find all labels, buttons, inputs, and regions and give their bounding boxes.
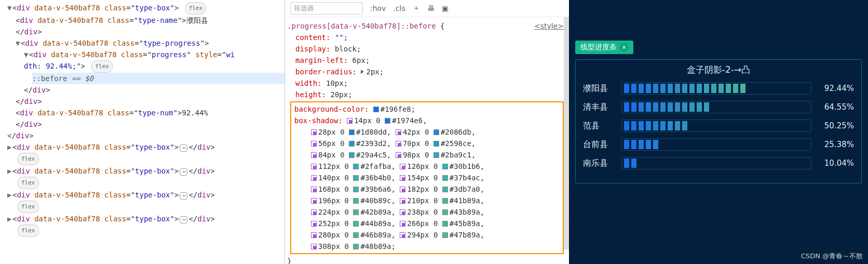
progress-row: 台前县25.38%	[583, 138, 854, 151]
shadow-offset-swatch[interactable]	[400, 164, 405, 169]
style-source-link[interactable]: <style>	[534, 20, 564, 32]
shadow-offset-swatch[interactable]	[311, 152, 317, 158]
panel-icon[interactable]: ▣	[442, 4, 449, 12]
type-num-text: 92.44%	[182, 109, 208, 117]
shadow-offset-swatch[interactable]	[311, 244, 317, 249]
color-swatch[interactable]	[353, 221, 359, 227]
color-swatch[interactable]	[433, 152, 439, 158]
shadow-offset-swatch[interactable]	[400, 198, 405, 204]
row-pct: 92.44%	[818, 84, 854, 93]
plus-icon[interactable]: ＋	[413, 4, 420, 13]
collapsed-node[interactable]: ▶<div data-v-540baf78 class="type-box">⋯…	[7, 189, 284, 201]
toggle-icon[interactable]: ▼	[7, 2, 12, 14]
color-swatch[interactable]	[442, 221, 448, 227]
progress-track	[621, 157, 811, 169]
expand-icon[interactable]	[361, 70, 364, 74]
color-swatch[interactable]	[349, 152, 355, 158]
filter-input[interactable]: 筛选器	[290, 2, 363, 15]
shadow-offset-swatch[interactable]	[396, 129, 401, 135]
progress-bar	[624, 102, 711, 112]
progress-bar	[624, 159, 639, 168]
progress-row: 清丰县64.55%	[583, 101, 854, 113]
shadow-offset-swatch[interactable]	[396, 141, 401, 147]
page-preview: 线型进度条 ✕ 盒子阴影-2-→凸 濮阳县92.44%清丰县64.55%范县50…	[569, 0, 868, 264]
color-swatch[interactable]	[353, 175, 359, 181]
shadow-offset-swatch[interactable]	[347, 118, 352, 124]
color-swatch[interactable]	[433, 141, 439, 147]
scrollbar[interactable]	[564, 17, 569, 264]
shadow-offset-swatch[interactable]	[400, 187, 405, 192]
color-swatch[interactable]	[349, 129, 355, 135]
preview-pill[interactable]: 线型进度条 ✕	[575, 41, 633, 54]
shadow-offset-swatch[interactable]	[311, 187, 317, 192]
row-name: 濮阳县	[583, 83, 615, 94]
progress-card: 盒子阴影-2-→凸 濮阳县92.44%清丰县64.55%范县50.25%台前县2…	[575, 59, 862, 183]
selected-pseudo[interactable]: ::before == $0	[32, 73, 284, 84]
flex-badge[interactable]: flex	[185, 2, 207, 15]
shadow-offset-swatch[interactable]	[311, 129, 317, 135]
row-pct: 50.25%	[818, 121, 854, 130]
shadow-offset-swatch[interactable]	[400, 175, 405, 181]
color-swatch[interactable]	[353, 164, 359, 169]
color-swatch[interactable]	[353, 232, 359, 238]
color-swatch[interactable]	[353, 244, 359, 249]
cls-button[interactable]: .cls	[393, 4, 405, 12]
hov-button[interactable]: :hov	[370, 4, 386, 12]
toggle-icon[interactable]: ▼	[24, 49, 29, 60]
flex-badge[interactable]: flex	[18, 201, 39, 213]
color-swatch[interactable]	[442, 198, 448, 204]
collapsed-node[interactable]: ▶<div data-v-540baf78 class="type-box">⋯…	[7, 141, 284, 153]
progress-bar	[624, 84, 748, 93]
toggle-icon[interactable]: ▼	[16, 37, 21, 49]
progress-bar	[624, 140, 660, 149]
highlighted-css-box: background-color: #196fe8; box-shadow: 1…	[290, 101, 564, 254]
shadow-offset-swatch[interactable]	[311, 164, 317, 169]
color-swatch[interactable]	[373, 107, 379, 112]
elements-dom-tree[interactable]: ▼<div data-v-540baf78 class="type-box"> …	[0, 0, 284, 264]
shadow-offset-swatch[interactable]	[311, 221, 317, 227]
flex-badge[interactable]: flex	[18, 177, 39, 189]
color-swatch[interactable]	[433, 129, 439, 135]
flex-badge[interactable]: flex	[18, 153, 39, 165]
color-swatch[interactable]	[349, 141, 355, 147]
pill-label: 线型进度条	[580, 43, 617, 52]
progress-track	[621, 101, 811, 113]
color-swatch[interactable]	[442, 209, 448, 215]
css-rules[interactable]: <style> .progress[data-v-540baf78]::befo…	[285, 17, 569, 264]
color-swatch[interactable]	[385, 118, 390, 124]
shadow-offset-swatch[interactable]	[400, 209, 405, 215]
styles-toolbar: 筛选器 :hov .cls ＋ 🖶 ▣	[285, 0, 569, 17]
color-swatch[interactable]	[353, 187, 359, 192]
row-pct: 25.38%	[818, 140, 854, 149]
type-name-text: 濮阳县	[186, 16, 208, 24]
color-swatch[interactable]	[353, 209, 359, 215]
flex-badge[interactable]: flex	[18, 225, 39, 237]
shadow-offset-swatch[interactable]	[311, 232, 317, 238]
card-title: 盒子阴影-2-→凸	[583, 64, 854, 76]
shadow-offset-swatch[interactable]	[311, 141, 317, 147]
collapsed-node[interactable]: ▶<div data-v-540baf78 class="type-box">⋯…	[7, 165, 284, 177]
color-swatch[interactable]	[442, 175, 448, 181]
close-icon[interactable]: ✕	[620, 43, 628, 51]
shadow-offset-swatch[interactable]	[400, 221, 405, 227]
styles-panel: 筛选器 :hov .cls ＋ 🖶 ▣ <style> .progress[da…	[284, 0, 569, 264]
row-name: 清丰县	[583, 102, 615, 113]
row-pct: 10.04%	[818, 159, 854, 168]
color-swatch[interactable]	[442, 232, 448, 238]
flex-badge[interactable]: flex	[91, 60, 113, 73]
print-icon[interactable]: 🖶	[427, 4, 435, 12]
shadow-offset-swatch[interactable]	[311, 175, 317, 181]
collapsed-node[interactable]: ▶<div data-v-540baf78 class="type-box">⋯…	[7, 213, 284, 225]
row-name: 范县	[583, 121, 615, 131]
shadow-offset-swatch[interactable]	[396, 152, 401, 158]
row-pct: 64.55%	[818, 102, 854, 112]
progress-row: 南乐县10.04%	[583, 157, 854, 169]
shadow-offset-swatch[interactable]	[400, 232, 405, 238]
shadow-offset-swatch[interactable]	[311, 198, 317, 204]
progress-track	[621, 120, 811, 132]
progress-track	[621, 138, 811, 151]
color-swatch[interactable]	[442, 164, 448, 169]
shadow-offset-swatch[interactable]	[311, 209, 317, 215]
color-swatch[interactable]	[442, 187, 448, 192]
color-swatch[interactable]	[353, 198, 359, 204]
